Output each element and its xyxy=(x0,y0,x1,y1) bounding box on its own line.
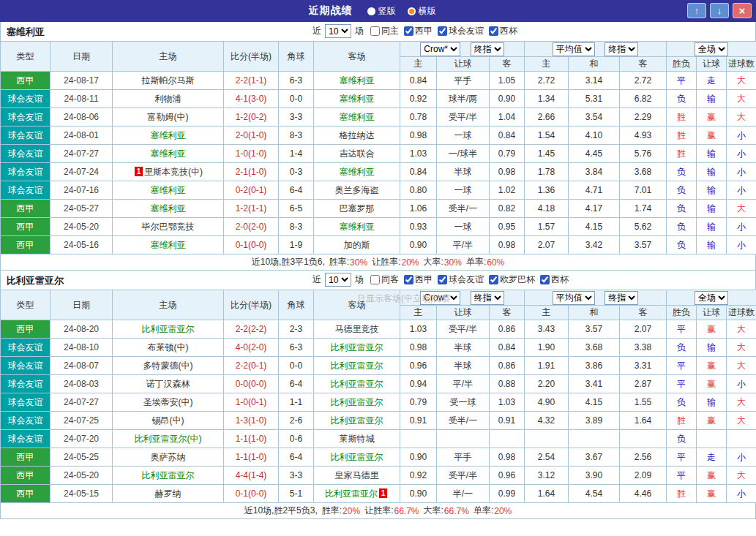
team-name-link[interactable]: 比利亚雷亚尔 xyxy=(331,379,383,389)
team-name-link[interactable]: 比利亚雷亚尔(中) xyxy=(135,434,202,444)
team-name-link[interactable]: 吉达联合 xyxy=(340,148,375,159)
score-link[interactable]: 1-1(1-0) xyxy=(236,434,267,444)
team-name-link[interactable]: 比利亚雷亚尔 xyxy=(142,470,195,480)
team-name-link[interactable]: 塞维利亚 xyxy=(151,148,186,159)
score-link[interactable]: 1-2(0-2) xyxy=(236,112,267,122)
score-link[interactable]: 0-2(0-1) xyxy=(236,185,267,195)
match-count-select[interactable]: 10 xyxy=(325,24,351,38)
team-name-link[interactable]: 多特蒙德(中) xyxy=(143,361,193,371)
move-up-button[interactable]: ↑ xyxy=(687,3,706,18)
team-name-link[interactable]: 比利亚雷亚尔 xyxy=(325,488,378,499)
team-name-link[interactable]: 赫罗纳 xyxy=(155,488,181,499)
close-button[interactable]: × xyxy=(733,3,752,18)
team-name-link[interactable]: 奥兰多海盗 xyxy=(335,185,379,195)
team-name-link[interactable]: 莱斯特城 xyxy=(340,434,375,444)
cell-result-handicap: 赢 xyxy=(697,412,727,430)
score-link[interactable]: 1-0(1-0) xyxy=(236,148,267,159)
team-name-link[interactable]: 比利亚雷亚尔 xyxy=(331,452,383,462)
s0-asian-time-select[interactable]: 终指 xyxy=(471,42,504,56)
league-filter-0-checkbox[interactable] xyxy=(404,26,413,36)
s1-euro-company-select[interactable]: 平均值 xyxy=(553,291,595,305)
team-name-link[interactable]: 奥萨苏纳 xyxy=(151,452,186,462)
team-title: 比利亚雷亚尔 xyxy=(7,274,64,287)
team-name-link[interactable]: 比利亚雷亚尔 xyxy=(331,397,383,407)
score-link[interactable]: 2-1(1-0) xyxy=(236,167,267,177)
league-filter-1-checkbox[interactable] xyxy=(438,26,447,36)
score-link[interactable]: 2-2(1-1) xyxy=(236,75,267,86)
s0-euro-company-select[interactable]: 平均值 xyxy=(553,42,595,56)
league-filter-0: 西甲 xyxy=(404,25,433,37)
team-name-link[interactable]: 马德里竞技 xyxy=(335,324,379,334)
cell-corner: 0-6 xyxy=(279,430,314,448)
team-name-link[interactable]: 格拉纳达 xyxy=(340,130,375,140)
team-name-link[interactable]: 塞维利亚 xyxy=(151,185,186,195)
team-name-link[interactable]: 加的斯 xyxy=(344,240,370,250)
league-filter-1-checkbox[interactable] xyxy=(438,275,447,284)
league-filter-2-checkbox[interactable] xyxy=(489,275,498,284)
match-count-select[interactable]: 10 xyxy=(325,273,351,287)
score-link[interactable]: 2-0(2-0) xyxy=(236,222,267,232)
score-link[interactable]: 2-0(1-0) xyxy=(236,130,267,140)
team-name-link[interactable]: 塞维利亚 xyxy=(340,94,375,104)
team-name-link[interactable]: 比利亚雷亚尔 xyxy=(331,415,383,426)
score-link[interactable]: 0-1(0-0) xyxy=(236,240,267,250)
team-name-link[interactable]: 塞维利亚 xyxy=(340,75,375,86)
s0-euro-time-select[interactable]: 终指 xyxy=(605,42,638,56)
radio-horizontal-layout[interactable]: 横版 xyxy=(408,5,436,18)
s0-company-select[interactable]: Crow* xyxy=(420,42,460,56)
cell-score: 1-2(0-2) xyxy=(224,108,279,127)
score-link[interactable]: 1-0(0-1) xyxy=(236,397,267,407)
team-name-link[interactable]: 塞维利亚 xyxy=(151,203,186,214)
s1-company-select[interactable]: Crow* xyxy=(420,291,460,305)
score-link[interactable]: 1-1(1-0) xyxy=(236,452,267,462)
league-filter-3-checkbox[interactable] xyxy=(540,275,550,284)
team-name-link[interactable]: 比利亚雷亚尔 xyxy=(331,361,383,371)
team-name-link[interactable]: 比利亚雷亚尔 xyxy=(331,342,383,352)
table-row: 球会友谊24-07-20比利亚雷亚尔(中)1-1(1-0)0-6莱斯特城负 xyxy=(1,430,756,448)
asian-odds-header: Crow* 终指 xyxy=(400,42,525,57)
team-name-link[interactable]: 塞维利亚 xyxy=(151,240,186,250)
team-name-link[interactable]: 诺丁汉森林 xyxy=(146,379,190,389)
team-name-link[interactable]: 比利亚雷亚尔 xyxy=(142,324,195,334)
s1-scope-select[interactable]: 全场 xyxy=(695,291,728,305)
score-link[interactable]: 1-2(1-1) xyxy=(236,203,267,214)
asian-odds-header: Crow* 终指 xyxy=(400,290,525,306)
team-name-link[interactable]: 塞维利亚 xyxy=(340,222,375,232)
team-name-link[interactable]: 锡昂(中) xyxy=(152,415,184,426)
league-filter-2-checkbox[interactable] xyxy=(489,26,498,36)
cell-asian-home: 0.98 xyxy=(400,127,437,145)
move-down-button[interactable]: ↓ xyxy=(710,3,729,18)
score-link[interactable]: 0-0(0-0) xyxy=(236,379,267,389)
team-name-link[interactable]: 圣埃蒂安(中) xyxy=(143,397,193,407)
score-link[interactable]: 1-3(1-0) xyxy=(236,415,267,426)
filter-bar: 近10场同客西甲球会友谊欧罗巴杯西杯 xyxy=(311,273,569,287)
team-name-link[interactable]: 布莱顿(中) xyxy=(148,342,189,352)
score-link[interactable]: 4-0(2-0) xyxy=(236,342,267,352)
cell-away-team: 塞维利亚 xyxy=(314,218,400,236)
league-filter-0-checkbox[interactable] xyxy=(404,275,413,284)
radio-vertical-layout[interactable]: 竖版 xyxy=(367,5,396,18)
s0-scope-select[interactable]: 全场 xyxy=(695,42,728,56)
score-link[interactable]: 2-2(0-1) xyxy=(236,361,267,371)
team-name-link[interactable]: 里斯本竞技(中) xyxy=(144,167,203,177)
team-name-link[interactable]: 利物浦 xyxy=(155,94,181,104)
team-name-link[interactable]: 富勒姆(中) xyxy=(148,112,189,122)
score-link[interactable]: 0-1(0-0) xyxy=(236,488,267,499)
s1-euro-time-select[interactable]: 终指 xyxy=(605,291,638,305)
cell-league-type: 球会友谊 xyxy=(1,145,50,163)
team-name-link[interactable]: 塞维利亚 xyxy=(151,130,186,140)
team-name-link[interactable]: 巴塞罗那 xyxy=(340,203,375,214)
score-link[interactable]: 4-4(1-4) xyxy=(236,470,267,480)
team-name-link[interactable]: 拉斯帕尔马斯 xyxy=(142,75,195,86)
team-name-link[interactable]: 塞维利亚 xyxy=(340,167,375,177)
score-link[interactable]: 2-2(2-2) xyxy=(236,324,267,334)
team-name-link[interactable]: 毕尔巴鄂竞技 xyxy=(142,222,195,232)
team-name-link[interactable]: 皇家马德里 xyxy=(335,470,379,480)
score-link[interactable]: 4-1(3-0) xyxy=(236,94,267,104)
cell-euro-away: 2.07 xyxy=(620,320,667,339)
table-row: 球会友谊24-08-11利物浦4-1(3-0)0-0塞维利亚0.92球半/两0.… xyxy=(1,90,756,108)
same-venue-checkbox[interactable] xyxy=(370,275,380,284)
s1-asian-time-select[interactable]: 终指 xyxy=(471,291,504,305)
same-venue-checkbox[interactable] xyxy=(370,26,380,36)
team-name-link[interactable]: 塞维利亚 xyxy=(340,112,375,122)
